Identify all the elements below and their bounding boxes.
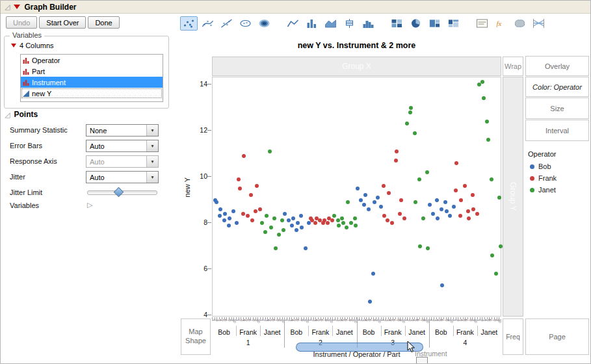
dropdown-arrow-icon[interactable]: ▼ [146,125,158,136]
data-point[interactable] [390,221,394,225]
data-point[interactable] [452,205,456,209]
data-point[interactable] [431,212,435,216]
data-point[interactable] [290,224,294,228]
data-point[interactable] [346,200,350,204]
data-point[interactable] [218,214,222,218]
data-point[interactable] [440,207,443,211]
data-point[interactable] [296,221,300,225]
points-collapse-icon[interactable]: ◿ [5,111,10,118]
caption-box-icon[interactable] [473,16,491,31]
data-point[interactable] [386,218,389,222]
data-point[interactable] [499,244,503,248]
drop-zone-wrap[interactable]: Wrap [503,57,523,76]
data-point[interactable] [417,177,421,181]
ellipse-icon[interactable] [237,16,254,31]
points-section-header[interactable]: ◿ Points [5,110,38,119]
data-point[interactable] [354,224,358,228]
column-item-instrument[interactable]: Instrument [21,77,163,88]
dropdown-arrow-icon[interactable]: ▼ [146,140,158,151]
column-item-operator[interactable]: Operator [21,55,163,66]
data-point[interactable] [227,224,231,228]
data-point[interactable] [326,221,330,225]
summary-statistic-dropdown[interactable]: None▼ [86,124,159,136]
data-point[interactable] [330,218,334,222]
smoother-icon[interactable] [199,16,217,31]
data-point[interactable] [480,80,484,84]
data-point[interactable] [246,214,250,218]
data-point[interactable] [471,207,475,211]
data-point[interactable] [405,122,409,125]
data-point[interactable] [258,207,262,211]
data-point[interactable] [283,212,287,216]
data-point[interactable] [295,228,298,232]
columns-red-triangle-icon[interactable] [11,44,16,47]
data-point[interactable] [231,209,235,213]
data-point[interactable] [269,226,273,229]
data-point[interactable] [409,106,413,110]
pie-icon[interactable] [407,16,425,31]
data-point[interactable] [408,110,412,114]
data-point[interactable] [300,226,304,229]
data-point[interactable] [490,177,493,181]
data-point[interactable] [349,221,353,225]
data-point[interactable] [218,207,222,211]
data-point[interactable] [367,207,371,211]
data-point[interactable] [345,226,348,229]
undo-button[interactable]: Undo [6,16,37,29]
variables-disclosure-icon[interactable]: ▷ [87,201,92,209]
data-point[interactable] [373,200,376,204]
data-point[interactable] [413,131,417,135]
column-item-part[interactable]: Part [21,66,163,77]
mosaic-icon[interactable] [445,16,462,31]
data-point[interactable] [336,218,340,222]
data-point[interactable] [485,120,489,124]
data-point[interactable] [467,216,471,220]
map-shapes-icon[interactable] [511,16,529,31]
red-triangle-menu-icon[interactable] [14,5,20,9]
data-point[interactable] [379,205,383,209]
start-over-button[interactable]: Start Over [39,16,86,29]
data-point[interactable] [402,216,406,220]
data-point[interactable] [304,246,308,250]
data-point[interactable] [463,184,467,188]
data-point[interactable] [341,221,345,225]
data-point[interactable] [436,216,440,220]
data-point[interactable] [486,138,490,142]
data-point[interactable] [445,209,449,213]
drop-zone-overlay[interactable]: Overlay [525,56,589,76]
histogram-icon[interactable] [360,16,377,31]
drop-zone-freq[interactable]: Freq [503,318,523,355]
data-point[interactable] [299,214,303,218]
data-point[interactable] [277,233,281,237]
data-point[interactable] [215,200,218,204]
scatter-plot-area[interactable] [212,77,501,317]
drop-zone-interval[interactable]: Interval [525,120,589,141]
data-point[interactable] [371,272,375,276]
data-point[interactable] [254,209,257,213]
data-point[interactable] [475,212,479,216]
data-point[interactable] [418,244,422,248]
data-point[interactable] [313,221,317,225]
data-point[interactable] [497,196,501,200]
drop-zone-page[interactable]: Page [525,318,589,355]
data-point[interactable] [459,198,463,202]
drop-zone-group-x[interactable]: Group X [212,57,501,76]
data-point[interactable] [255,184,259,188]
bar-icon[interactable] [303,16,321,31]
done-button[interactable]: Done [88,16,119,29]
outline-collapse-icon[interactable]: ◿ [5,3,10,10]
data-point[interactable] [362,203,366,207]
treemap-icon[interactable] [426,16,443,31]
data-point[interactable] [356,187,360,190]
data-point[interactable] [454,161,458,165]
data-point[interactable] [490,254,494,257]
data-point[interactable] [428,203,432,207]
data-point[interactable] [395,150,399,153]
response-axis-dropdown[interactable]: Auto▼ [86,155,159,168]
data-point[interactable] [363,193,367,197]
data-point[interactable] [353,216,357,220]
data-point[interactable] [387,191,391,195]
legend-entry-frank[interactable]: Frank [530,174,557,182]
data-point[interactable] [263,230,267,234]
data-point[interactable] [250,218,254,222]
